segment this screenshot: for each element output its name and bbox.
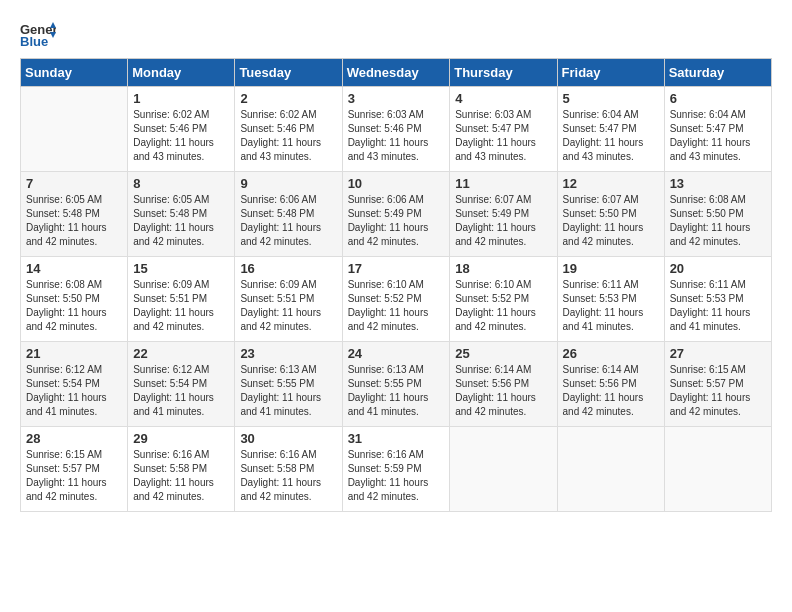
calendar-cell: 31Sunrise: 6:16 AMSunset: 5:59 PMDayligh…	[342, 427, 450, 512]
calendar-cell: 26Sunrise: 6:14 AMSunset: 5:56 PMDayligh…	[557, 342, 664, 427]
day-info: Sunrise: 6:05 AMSunset: 5:48 PMDaylight:…	[133, 193, 229, 249]
calendar-cell: 19Sunrise: 6:11 AMSunset: 5:53 PMDayligh…	[557, 257, 664, 342]
day-info: Sunrise: 6:08 AMSunset: 5:50 PMDaylight:…	[26, 278, 122, 334]
day-number: 20	[670, 261, 766, 276]
day-info: Sunrise: 6:14 AMSunset: 5:56 PMDaylight:…	[455, 363, 551, 419]
day-info: Sunrise: 6:03 AMSunset: 5:46 PMDaylight:…	[348, 108, 445, 164]
day-info: Sunrise: 6:10 AMSunset: 5:52 PMDaylight:…	[348, 278, 445, 334]
day-number: 19	[563, 261, 659, 276]
day-number: 26	[563, 346, 659, 361]
calendar-cell: 9Sunrise: 6:06 AMSunset: 5:48 PMDaylight…	[235, 172, 342, 257]
svg-text:Blue: Blue	[20, 34, 48, 48]
calendar-cell: 8Sunrise: 6:05 AMSunset: 5:48 PMDaylight…	[128, 172, 235, 257]
weekday-header-row: SundayMondayTuesdayWednesdayThursdayFrid…	[21, 59, 772, 87]
calendar-cell: 10Sunrise: 6:06 AMSunset: 5:49 PMDayligh…	[342, 172, 450, 257]
calendar-week-3: 14Sunrise: 6:08 AMSunset: 5:50 PMDayligh…	[21, 257, 772, 342]
calendar-cell: 6Sunrise: 6:04 AMSunset: 5:47 PMDaylight…	[664, 87, 771, 172]
page-header: General Blue	[20, 20, 772, 48]
day-info: Sunrise: 6:07 AMSunset: 5:49 PMDaylight:…	[455, 193, 551, 249]
calendar-cell: 4Sunrise: 6:03 AMSunset: 5:47 PMDaylight…	[450, 87, 557, 172]
day-info: Sunrise: 6:06 AMSunset: 5:49 PMDaylight:…	[348, 193, 445, 249]
calendar-week-2: 7Sunrise: 6:05 AMSunset: 5:48 PMDaylight…	[21, 172, 772, 257]
day-info: Sunrise: 6:06 AMSunset: 5:48 PMDaylight:…	[240, 193, 336, 249]
calendar-cell: 11Sunrise: 6:07 AMSunset: 5:49 PMDayligh…	[450, 172, 557, 257]
day-info: Sunrise: 6:11 AMSunset: 5:53 PMDaylight:…	[563, 278, 659, 334]
day-info: Sunrise: 6:15 AMSunset: 5:57 PMDaylight:…	[26, 448, 122, 504]
day-number: 11	[455, 176, 551, 191]
calendar-cell: 12Sunrise: 6:07 AMSunset: 5:50 PMDayligh…	[557, 172, 664, 257]
day-info: Sunrise: 6:02 AMSunset: 5:46 PMDaylight:…	[240, 108, 336, 164]
calendar-cell: 24Sunrise: 6:13 AMSunset: 5:55 PMDayligh…	[342, 342, 450, 427]
calendar-cell: 18Sunrise: 6:10 AMSunset: 5:52 PMDayligh…	[450, 257, 557, 342]
day-info: Sunrise: 6:03 AMSunset: 5:47 PMDaylight:…	[455, 108, 551, 164]
calendar-cell: 2Sunrise: 6:02 AMSunset: 5:46 PMDaylight…	[235, 87, 342, 172]
calendar-cell: 16Sunrise: 6:09 AMSunset: 5:51 PMDayligh…	[235, 257, 342, 342]
day-info: Sunrise: 6:09 AMSunset: 5:51 PMDaylight:…	[240, 278, 336, 334]
day-info: Sunrise: 6:13 AMSunset: 5:55 PMDaylight:…	[240, 363, 336, 419]
day-info: Sunrise: 6:12 AMSunset: 5:54 PMDaylight:…	[133, 363, 229, 419]
day-number: 25	[455, 346, 551, 361]
weekday-header-sunday: Sunday	[21, 59, 128, 87]
day-info: Sunrise: 6:16 AMSunset: 5:59 PMDaylight:…	[348, 448, 445, 504]
day-info: Sunrise: 6:04 AMSunset: 5:47 PMDaylight:…	[563, 108, 659, 164]
calendar-week-4: 21Sunrise: 6:12 AMSunset: 5:54 PMDayligh…	[21, 342, 772, 427]
day-number: 2	[240, 91, 336, 106]
day-number: 16	[240, 261, 336, 276]
day-info: Sunrise: 6:16 AMSunset: 5:58 PMDaylight:…	[240, 448, 336, 504]
day-number: 24	[348, 346, 445, 361]
day-info: Sunrise: 6:02 AMSunset: 5:46 PMDaylight:…	[133, 108, 229, 164]
day-number: 23	[240, 346, 336, 361]
weekday-header-saturday: Saturday	[664, 59, 771, 87]
calendar-cell: 1Sunrise: 6:02 AMSunset: 5:46 PMDaylight…	[128, 87, 235, 172]
calendar-cell: 28Sunrise: 6:15 AMSunset: 5:57 PMDayligh…	[21, 427, 128, 512]
day-info: Sunrise: 6:08 AMSunset: 5:50 PMDaylight:…	[670, 193, 766, 249]
day-number: 6	[670, 91, 766, 106]
day-info: Sunrise: 6:04 AMSunset: 5:47 PMDaylight:…	[670, 108, 766, 164]
calendar-cell: 21Sunrise: 6:12 AMSunset: 5:54 PMDayligh…	[21, 342, 128, 427]
day-info: Sunrise: 6:16 AMSunset: 5:58 PMDaylight:…	[133, 448, 229, 504]
day-info: Sunrise: 6:05 AMSunset: 5:48 PMDaylight:…	[26, 193, 122, 249]
day-number: 18	[455, 261, 551, 276]
weekday-header-tuesday: Tuesday	[235, 59, 342, 87]
day-info: Sunrise: 6:15 AMSunset: 5:57 PMDaylight:…	[670, 363, 766, 419]
calendar-cell: 7Sunrise: 6:05 AMSunset: 5:48 PMDaylight…	[21, 172, 128, 257]
calendar-cell	[21, 87, 128, 172]
calendar-cell: 14Sunrise: 6:08 AMSunset: 5:50 PMDayligh…	[21, 257, 128, 342]
day-info: Sunrise: 6:10 AMSunset: 5:52 PMDaylight:…	[455, 278, 551, 334]
calendar-cell: 27Sunrise: 6:15 AMSunset: 5:57 PMDayligh…	[664, 342, 771, 427]
day-number: 13	[670, 176, 766, 191]
calendar-week-1: 1Sunrise: 6:02 AMSunset: 5:46 PMDaylight…	[21, 87, 772, 172]
calendar-cell	[450, 427, 557, 512]
calendar-cell: 3Sunrise: 6:03 AMSunset: 5:46 PMDaylight…	[342, 87, 450, 172]
day-number: 31	[348, 431, 445, 446]
day-number: 10	[348, 176, 445, 191]
day-info: Sunrise: 6:14 AMSunset: 5:56 PMDaylight:…	[563, 363, 659, 419]
calendar-cell: 20Sunrise: 6:11 AMSunset: 5:53 PMDayligh…	[664, 257, 771, 342]
weekday-header-wednesday: Wednesday	[342, 59, 450, 87]
day-info: Sunrise: 6:09 AMSunset: 5:51 PMDaylight:…	[133, 278, 229, 334]
day-number: 28	[26, 431, 122, 446]
day-number: 14	[26, 261, 122, 276]
calendar-cell	[557, 427, 664, 512]
weekday-header-monday: Monday	[128, 59, 235, 87]
calendar-cell	[664, 427, 771, 512]
day-info: Sunrise: 6:13 AMSunset: 5:55 PMDaylight:…	[348, 363, 445, 419]
day-number: 30	[240, 431, 336, 446]
calendar-table: SundayMondayTuesdayWednesdayThursdayFrid…	[20, 58, 772, 512]
calendar-cell: 23Sunrise: 6:13 AMSunset: 5:55 PMDayligh…	[235, 342, 342, 427]
calendar-cell: 29Sunrise: 6:16 AMSunset: 5:58 PMDayligh…	[128, 427, 235, 512]
calendar-cell: 17Sunrise: 6:10 AMSunset: 5:52 PMDayligh…	[342, 257, 450, 342]
calendar-cell: 15Sunrise: 6:09 AMSunset: 5:51 PMDayligh…	[128, 257, 235, 342]
logo: General Blue	[20, 20, 56, 48]
calendar-cell: 22Sunrise: 6:12 AMSunset: 5:54 PMDayligh…	[128, 342, 235, 427]
day-info: Sunrise: 6:07 AMSunset: 5:50 PMDaylight:…	[563, 193, 659, 249]
day-number: 4	[455, 91, 551, 106]
day-info: Sunrise: 6:11 AMSunset: 5:53 PMDaylight:…	[670, 278, 766, 334]
calendar-cell: 25Sunrise: 6:14 AMSunset: 5:56 PMDayligh…	[450, 342, 557, 427]
calendar-week-5: 28Sunrise: 6:15 AMSunset: 5:57 PMDayligh…	[21, 427, 772, 512]
day-number: 12	[563, 176, 659, 191]
calendar-cell: 5Sunrise: 6:04 AMSunset: 5:47 PMDaylight…	[557, 87, 664, 172]
day-number: 7	[26, 176, 122, 191]
day-number: 8	[133, 176, 229, 191]
logo-icon: General Blue	[20, 20, 56, 48]
